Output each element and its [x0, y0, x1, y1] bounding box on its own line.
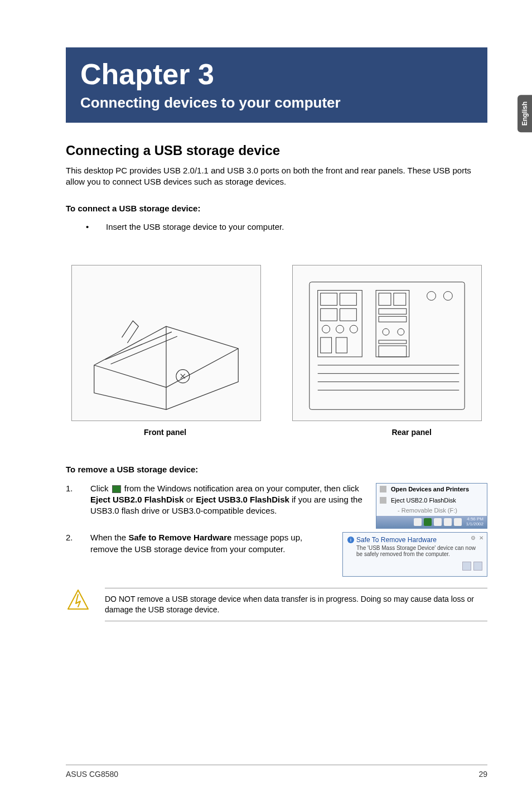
- section-title: Connecting a USB storage device: [66, 143, 487, 158]
- connect-bullet-text: Insert the USB storage device to your co…: [106, 222, 284, 231]
- svg-rect-15: [379, 308, 407, 314]
- rear-panel-figure: [292, 265, 482, 421]
- menu-open-label: Open Devices and Printers: [391, 486, 469, 492]
- figure-captions: Front panel Rear panel: [66, 428, 487, 437]
- connect-bullet-row: • Insert the USB storage device to your …: [86, 222, 487, 231]
- tray-flag-icon[interactable]: [444, 518, 452, 526]
- svg-point-26: [443, 291, 452, 300]
- warning-text: DO NOT remove a USB storage device when …: [105, 588, 487, 621]
- balloon-chevron-icon[interactable]: [462, 562, 471, 571]
- svg-point-17: [383, 328, 389, 335]
- warning-row: DO NOT remove a USB storage device when …: [66, 588, 487, 621]
- svg-rect-5: [321, 308, 337, 321]
- svg-rect-11: [336, 337, 347, 353]
- tray-eject-icon: [112, 485, 121, 493]
- tray-clock: 4:56 PM 1/1/2002: [466, 517, 483, 527]
- tray-safely-remove-icon[interactable]: [424, 518, 432, 526]
- section-intro: This desktop PC provides USB 2.0/1.1 and…: [66, 165, 487, 188]
- svg-point-7: [322, 325, 330, 333]
- step-1-num: 1.: [66, 483, 90, 517]
- step-1-bold2: Eject USB3.0 FlashDisk: [196, 495, 289, 504]
- rear-panel-caption: Rear panel: [391, 428, 432, 437]
- safe-remove-balloon: ⚙ ✕ i Safe To Remove Hardware The 'USB M…: [342, 532, 487, 577]
- page: English Chapter 3 Connecting devices to …: [0, 0, 532, 802]
- svg-rect-10: [321, 337, 332, 353]
- svg-point-8: [336, 325, 344, 333]
- step-1-bold1: Eject USB2.0 FlashDisk: [90, 495, 184, 504]
- svg-point-9: [350, 325, 357, 333]
- system-tray: 4:56 PM 1/1/2002: [376, 516, 487, 528]
- remove-heading: To remove a USB storage device:: [66, 465, 487, 474]
- step-1-or: or: [184, 495, 196, 504]
- chapter-title: Chapter 3: [80, 57, 473, 91]
- svg-rect-20: [379, 345, 407, 356]
- language-tab: English: [518, 95, 532, 132]
- disk-icon: [380, 497, 386, 504]
- svg-rect-14: [394, 293, 406, 305]
- step-1-block: 1. Click from the Windows notification a…: [66, 483, 487, 533]
- svg-rect-12: [376, 290, 409, 356]
- tray-chevron-icon[interactable]: [414, 518, 422, 526]
- step-2-text: When the Safe to Remove Hardware message…: [90, 532, 331, 555]
- connect-heading: To connect a USB storage device:: [66, 204, 487, 213]
- svg-rect-4: [340, 293, 357, 305]
- step-1-mid1: from the Windows notification area on yo…: [122, 484, 359, 493]
- balloon-body-text: The 'USB Mass Storage Device' device can…: [347, 545, 482, 557]
- balloon-title-row: i Safe To Remove Hardware: [347, 536, 482, 544]
- footer-model: ASUS CG8580: [66, 770, 118, 779]
- bullet-dot: •: [86, 222, 106, 231]
- step-2-block: 2. When the Safe to Remove Hardware mess…: [66, 532, 487, 577]
- step-2-row: 2. When the Safe to Remove Hardware mess…: [66, 532, 331, 555]
- svg-rect-3: [321, 293, 337, 305]
- balloon-close-icon[interactable]: ✕: [479, 535, 483, 541]
- safe-remove-screenshot: ⚙ ✕ i Safe To Remove Hardware The 'USB M…: [342, 532, 487, 577]
- step-2-num: 2.: [66, 532, 90, 555]
- menu-eject-label: Eject USB2.0 FlashDisk: [391, 497, 456, 504]
- svg-rect-6: [340, 308, 357, 321]
- balloon-title-text: Safe To Remove Hardware: [356, 536, 437, 544]
- menu-eject-flashdisk[interactable]: Eject USB2.0 FlashDisk: [376, 495, 487, 506]
- balloon-gear-icon[interactable]: ⚙: [471, 535, 476, 541]
- step-1-text: Click from the Windows notification area…: [90, 483, 369, 517]
- info-icon: i: [347, 537, 354, 543]
- front-panel-figure: [71, 265, 261, 421]
- svg-rect-19: [379, 340, 407, 344]
- svg-rect-16: [379, 316, 407, 322]
- chapter-header: Chapter 3 Connecting devices to your com…: [66, 47, 487, 123]
- warning-icon: [66, 588, 90, 615]
- eject-menu-screenshot: Open Devices and Printers Eject USB2.0 F…: [376, 483, 487, 529]
- page-footer: ASUS CG8580 29: [66, 765, 487, 779]
- step-2-bold: Safe to Remove Hardware: [128, 533, 231, 542]
- menu-open-devices[interactable]: Open Devices and Printers: [376, 484, 487, 495]
- balloon-footer: [347, 562, 482, 571]
- balloon-tray-icon[interactable]: [473, 562, 482, 571]
- step-2-pre: When the: [90, 533, 128, 542]
- svg-point-18: [398, 328, 404, 335]
- svg-rect-13: [379, 293, 391, 305]
- figure-row: [66, 265, 487, 421]
- footer-page-number: 29: [478, 770, 487, 779]
- devices-icon: [380, 486, 386, 492]
- tray-network-icon[interactable]: [454, 518, 462, 526]
- menu-removable-label: Removable Disk (F:): [402, 507, 457, 514]
- svg-point-25: [427, 291, 436, 300]
- step-1-row: 1. Click from the Windows notification a…: [66, 483, 369, 517]
- menu-removable-disk[interactable]: - Removable Disk (F:): [376, 506, 487, 516]
- tray-volume-icon[interactable]: [434, 518, 442, 526]
- front-panel-caption: Front panel: [144, 428, 186, 437]
- eject-menu-popup: Open Devices and Printers Eject USB2.0 F…: [376, 483, 487, 529]
- tray-date: 1/1/2002: [466, 522, 483, 527]
- step-1-pre: Click: [90, 484, 111, 493]
- chapter-subtitle: Connecting devices to your computer: [80, 94, 473, 112]
